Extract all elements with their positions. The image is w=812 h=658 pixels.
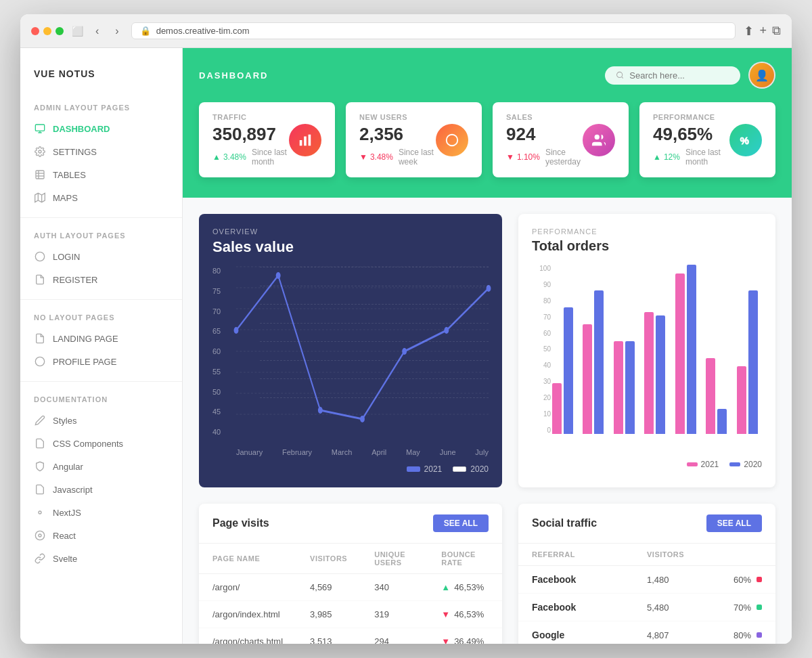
sidebar-login-label: LOGIN xyxy=(53,252,80,262)
sidebar-item-settings[interactable]: SETTINGS xyxy=(20,140,182,163)
chart-header: OVERVIEW Sales value xyxy=(212,227,489,256)
sidebar-item-dashboard[interactable]: DASHBOARD xyxy=(20,117,182,140)
avatar-image: 👤 xyxy=(750,63,774,87)
back-button[interactable]: ‹ xyxy=(91,24,103,39)
performance-chart-card: PERFORMANCE Total orders 100 90 80 70 60… xyxy=(518,214,775,487)
bar-chart-legend: 2021 2020 xyxy=(532,460,762,469)
social-pct-1: 60% xyxy=(734,575,751,585)
sidebar-item-svelte[interactable]: Svelte xyxy=(20,547,182,570)
close-dot[interactable] xyxy=(31,27,39,35)
stat-info-newusers: NEW USERS 2,356 ▼ 3.48% Since last week xyxy=(359,113,436,167)
svg-rect-0 xyxy=(35,125,44,131)
bar-legend-color-2020 xyxy=(729,462,740,466)
sidebar-item-javascript[interactable]: Javascript xyxy=(20,478,182,501)
search-input[interactable] xyxy=(629,70,729,81)
sidebar-section-nolayout: NO LAYOUT PAGES xyxy=(20,308,182,327)
sidebar-item-react[interactable]: React xyxy=(20,524,182,547)
page-title: DASHBOARD xyxy=(199,70,269,81)
new-tab-button[interactable]: + xyxy=(759,24,767,39)
minimize-dot[interactable] xyxy=(43,27,51,35)
stat-label-newusers: NEW USERS xyxy=(359,113,436,121)
bar-chart-inner xyxy=(552,265,762,434)
stat-card-performance: PERFORMANCE 49,65% ▲ 12% Since last mont… xyxy=(639,102,775,177)
table-card-header: Page visits SEE ALL xyxy=(199,504,502,544)
stat-label-performance: PERFORMANCE xyxy=(653,113,729,121)
stat-change-traffic: ▲ 3.48% Since last month xyxy=(212,148,289,167)
table-header-row: PAGE NAME VISITORS UNIQUE USERS BOUNCE R… xyxy=(199,544,502,574)
sidebar-item-styles[interactable]: Styles xyxy=(20,409,182,432)
stat-card-newusers: NEW USERS 2,356 ▼ 3.48% Since last week xyxy=(346,102,482,177)
cell-unique-1: 340 xyxy=(361,574,428,601)
sidebar-react-label: React xyxy=(53,531,76,541)
sidebar: VUE NOTUS ADMIN LAYOUT PAGES DASHBOARD S… xyxy=(20,48,183,644)
bar-y-axis: 100 90 80 70 60 50 40 30 20 10 0 xyxy=(532,265,551,434)
map-icon xyxy=(34,192,46,204)
chart-subtitle: OVERVIEW xyxy=(212,227,489,236)
cell-page-3: /argon/charts.html xyxy=(199,628,296,644)
social-visitors-count-1: 1,480 xyxy=(647,575,669,585)
bar-pink-3 xyxy=(614,341,623,435)
stat-card-traffic: TRAFFIC 350,897 ▲ 3.48% Since last month xyxy=(199,102,335,177)
tab-overview-button[interactable]: ⧉ xyxy=(772,24,781,39)
stat-icon-sales xyxy=(583,124,615,156)
browser-dots xyxy=(31,27,64,35)
see-all-button-social[interactable]: SEE ALL xyxy=(706,514,762,532)
sidebar-brand: VUE NOTUS xyxy=(20,62,182,93)
sidebar-item-nextjs[interactable]: NextJS xyxy=(20,501,182,524)
bar-group-5 xyxy=(675,265,700,434)
legend-color-2020 xyxy=(453,466,466,472)
table-row: /argon/ 4,569 340 ▲ 46,53% xyxy=(199,574,502,601)
stat-icon-performance: % xyxy=(729,124,762,156)
bar-blue-4 xyxy=(656,315,665,434)
bar-pink-5 xyxy=(675,273,685,435)
sidebar-item-register[interactable]: REGISTER xyxy=(20,268,182,291)
sidebar-settings-label: SETTINGS xyxy=(53,147,97,157)
arrow-down-icon-1: ▼ xyxy=(359,152,367,162)
file-icon-3 xyxy=(34,437,46,449)
maximize-dot[interactable] xyxy=(55,27,64,35)
sidebar-item-angular[interactable]: Angular xyxy=(20,455,182,478)
line-chart-area: 80 75 70 65 60 55 50 45 40 xyxy=(212,267,489,456)
lock-icon: 🔒 xyxy=(140,26,151,36)
sidebar-register-label: REGISTER xyxy=(53,275,97,285)
svg-point-13 xyxy=(39,511,41,514)
file-icon-2 xyxy=(34,332,46,345)
sidebar-item-landing[interactable]: LANDING PAGE xyxy=(20,327,182,350)
legend-2021: 2021 xyxy=(407,464,443,474)
address-bar[interactable]: 🔒 demos.creative-tim.com xyxy=(131,22,736,39)
avatar[interactable]: 👤 xyxy=(748,62,775,89)
svg-rect-17 xyxy=(300,140,302,146)
sidebar-item-profile[interactable]: PROFILE PAGE xyxy=(20,350,182,373)
chart-title: Sales value xyxy=(212,238,489,256)
see-all-button-visits[interactable]: SEE ALL xyxy=(433,514,489,532)
social-referral-3: Google xyxy=(532,630,647,640)
sidebar-toggle-icon[interactable]: ⬜ xyxy=(72,26,83,37)
chart-legend: 2021 2020 xyxy=(212,464,489,474)
bar-group-2 xyxy=(583,290,608,435)
arrow-up-icon: ▲ xyxy=(212,152,221,162)
sidebar-divider-3 xyxy=(20,381,182,382)
sidebar-item-maps[interactable]: MAPS xyxy=(20,186,182,209)
sidebar-css-label: CSS Components xyxy=(53,439,123,449)
file-icon-1 xyxy=(34,273,46,286)
svg-point-33 xyxy=(360,416,365,422)
svg-point-20 xyxy=(595,134,600,139)
search-box[interactable] xyxy=(605,66,740,85)
sidebar-item-css[interactable]: CSS Components xyxy=(20,432,182,455)
browser-chrome: ⬜ ‹ › 🔒 demos.creative-tim.com ⬆ + ⧉ xyxy=(20,14,792,48)
table-icon xyxy=(34,169,46,181)
bounce-arrow-1: ▲ xyxy=(441,582,450,592)
share-button[interactable]: ⬆ xyxy=(744,24,754,39)
cell-bounce-3: ▼ 36,49% xyxy=(428,628,502,644)
sidebar-item-tables[interactable]: TABLES xyxy=(20,163,182,186)
svg-point-30 xyxy=(234,327,239,334)
svg-point-31 xyxy=(276,272,281,279)
arrow-down-icon-2: ▼ xyxy=(506,152,514,162)
bar-pink-4 xyxy=(644,312,654,434)
bar-group-6 xyxy=(706,358,731,435)
forward-button[interactable]: › xyxy=(111,24,122,39)
sidebar-item-login[interactable]: LOGIN xyxy=(20,245,182,268)
stat-label-sales: SALES xyxy=(506,113,583,121)
search-icon xyxy=(616,70,624,80)
stat-icon-traffic xyxy=(289,124,321,156)
